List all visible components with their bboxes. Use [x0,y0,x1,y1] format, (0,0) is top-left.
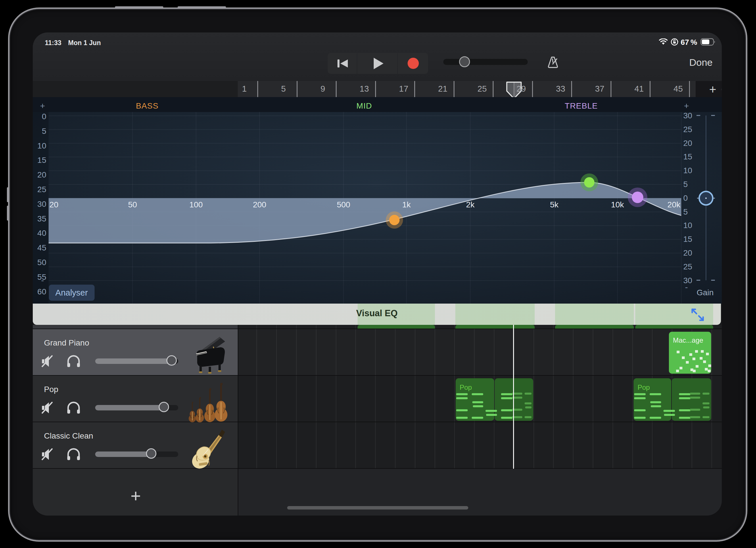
svg-text:50: 50 [37,258,46,267]
svg-text:40: 40 [37,229,46,238]
svg-text:20: 20 [683,249,692,257]
svg-text:25: 25 [37,185,46,194]
svg-text:25: 25 [683,262,692,271]
svg-text:5: 5 [683,207,688,216]
svg-text:BASS: BASS [136,101,159,110]
svg-text:20k: 20k [667,200,681,209]
svg-text:25: 25 [683,125,692,134]
svg-text:5: 5 [683,180,688,189]
svg-text:+: + [40,101,45,111]
svg-text:Gain: Gain [696,288,713,297]
svg-text:5k: 5k [550,200,559,209]
svg-text:10: 10 [683,221,692,230]
svg-text:20: 20 [37,170,46,179]
svg-text:Analyser: Analyser [55,288,88,297]
svg-text:20: 20 [683,139,692,148]
svg-text:+: + [684,101,689,111]
svg-text:200: 200 [253,200,266,209]
svg-text:TREBLE: TREBLE [565,101,598,110]
svg-text:0: 0 [683,194,688,203]
svg-text:60: 60 [37,287,46,296]
svg-text:2k: 2k [466,200,475,209]
svg-text:100: 100 [189,200,203,209]
svg-text:30: 30 [683,111,692,120]
svg-text:50: 50 [128,200,137,209]
svg-text:-: - [41,275,44,285]
svg-text:-: - [685,282,688,292]
svg-text:10k: 10k [611,200,624,209]
svg-text:35: 35 [37,214,46,223]
svg-text:20: 20 [49,200,58,209]
svg-text:MID: MID [356,101,372,110]
svg-text:15: 15 [37,156,46,165]
svg-text:10: 10 [37,141,46,150]
svg-text:15: 15 [683,235,692,244]
svg-text:1k: 1k [402,200,411,209]
svg-text:15: 15 [683,152,692,161]
svg-text:5: 5 [42,127,46,136]
svg-text:0: 0 [42,112,46,121]
svg-text:500: 500 [337,200,350,209]
svg-text:30: 30 [37,200,46,209]
svg-text:45: 45 [37,243,46,252]
svg-text:10: 10 [683,166,692,175]
